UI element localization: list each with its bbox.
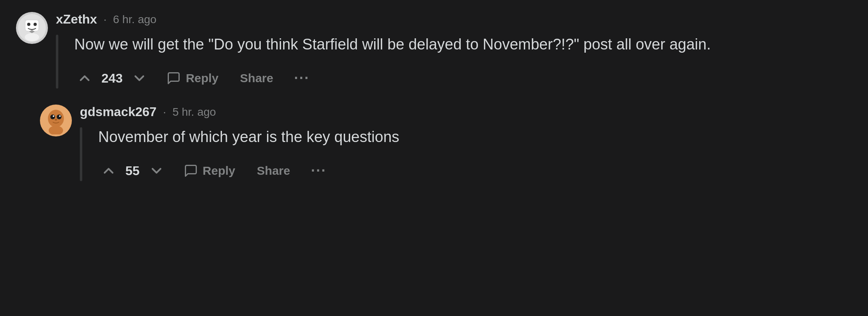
thread-line-gdsmack — [80, 127, 82, 181]
comment-body-gdsmack: gdsmack267 · 5 hr. ago November of which… — [80, 105, 735, 181]
more-button-gdsmack[interactable]: ··· — [307, 161, 331, 181]
reply-button-gdsmack[interactable]: Reply — [179, 160, 240, 181]
comment-right-gdsmack: November of which year is the key questi… — [98, 126, 735, 181]
comment-content-xzethx: Now we will get the "Do you think Starfi… — [56, 33, 735, 89]
reply-button-xzethx[interactable]: Reply — [162, 68, 223, 89]
svg-point-13 — [55, 119, 57, 120]
svg-point-10 — [57, 115, 61, 119]
svg-point-9 — [50, 115, 55, 119]
downvote-button-xzethx[interactable] — [129, 68, 150, 89]
vote-count-gdsmack: 55 — [125, 164, 140, 178]
svg-point-12 — [59, 115, 61, 117]
reply-label-xzethx: Reply — [186, 71, 218, 85]
comment-body-xzethx: xZethx · 6 hr. ago Now we will get the "… — [56, 12, 735, 89]
separator-gdsmack: · — [163, 106, 166, 118]
username-gdsmack: gdsmack267 — [80, 105, 157, 119]
comment-right-xzethx: Now we will get the "Do you think Starfi… — [74, 33, 735, 89]
comment-content-gdsmack: November of which year is the key questi… — [80, 126, 735, 181]
comment-gdsmack: gdsmack267 · 5 hr. ago November of which… — [40, 105, 735, 181]
svg-point-6 — [25, 33, 39, 41]
separator-xzethx: · — [103, 13, 107, 26]
comments-container: xZethx · 6 hr. ago Now we will get the "… — [16, 12, 735, 181]
share-button-gdsmack[interactable]: Share — [252, 161, 295, 181]
vote-count-xzethx: 243 — [101, 71, 123, 86]
svg-point-2 — [27, 23, 30, 26]
svg-point-3 — [34, 23, 37, 26]
svg-point-8 — [48, 110, 64, 127]
avatar-xzethx — [16, 12, 48, 44]
comment-xzethx: xZethx · 6 hr. ago Now we will get the "… — [16, 12, 735, 89]
comment-actions-gdsmack: 55 Repl — [98, 160, 735, 181]
comment-text-xzethx: Now we will get the "Do you think Starfi… — [74, 33, 735, 56]
svg-point-11 — [53, 115, 54, 117]
comment-actions-xzethx: 243 Reply — [74, 68, 735, 89]
upvote-button-gdsmack[interactable] — [98, 160, 119, 181]
share-button-xzethx[interactable]: Share — [235, 68, 278, 88]
upvote-button-xzethx[interactable] — [74, 68, 95, 89]
downvote-button-gdsmack[interactable] — [146, 160, 167, 181]
reply-label-gdsmack: Reply — [203, 164, 236, 178]
comment-header-gdsmack: gdsmack267 · 5 hr. ago — [80, 105, 735, 119]
timestamp-xzethx: 6 hr. ago — [113, 13, 157, 26]
comment-header-xzethx: xZethx · 6 hr. ago — [56, 12, 735, 27]
username-xzethx: xZethx — [56, 12, 97, 27]
share-label-xzethx: Share — [240, 71, 273, 85]
share-label-gdsmack: Share — [257, 164, 290, 178]
more-button-xzethx[interactable]: ··· — [290, 68, 313, 88]
vote-section-xzethx: 243 — [74, 68, 150, 89]
comment-gdsmack-wrapper: gdsmack267 · 5 hr. ago November of which… — [40, 105, 735, 181]
thread-line-xzethx — [56, 35, 58, 89]
timestamp-gdsmack: 5 hr. ago — [172, 106, 216, 118]
vote-section-gdsmack: 55 — [98, 160, 167, 181]
comment-text-gdsmack: November of which year is the key questi… — [98, 126, 735, 148]
avatar-gdsmack — [40, 105, 72, 136]
